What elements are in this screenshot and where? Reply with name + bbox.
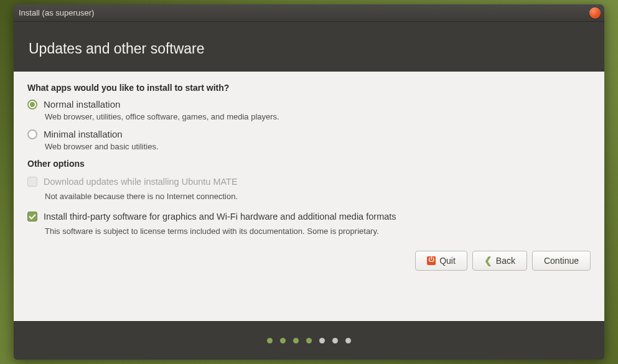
chevron-left-icon: ❮	[484, 255, 492, 266]
back-button[interactable]: ❮ Back	[472, 251, 527, 271]
titlebar: Install (as superuser)	[14, 4, 604, 22]
window-title: Install (as superuser)	[19, 8, 94, 17]
back-button-label: Back	[496, 256, 515, 266]
third-party-label: Install third-party software for graphic…	[44, 211, 396, 223]
continue-button-label: Continue	[544, 256, 579, 266]
progress-dot	[319, 338, 325, 343]
normal-install-option[interactable]: Normal installation	[27, 99, 591, 110]
download-updates-label: Download updates while installing Ubuntu…	[44, 176, 238, 188]
third-party-option[interactable]: Install third-party software for graphic…	[27, 211, 591, 223]
quit-button[interactable]: Quit	[415, 251, 467, 271]
continue-button[interactable]: Continue	[532, 251, 591, 271]
page-title: Updates and other software	[29, 40, 589, 57]
download-updates-option: Download updates while installing Ubuntu…	[27, 176, 591, 188]
progress-dots	[14, 321, 604, 360]
download-updates-checkbox	[27, 177, 37, 187]
close-button[interactable]	[589, 7, 601, 19]
progress-dot	[332, 338, 338, 343]
normal-install-radio[interactable]	[27, 100, 37, 110]
minimal-install-label: Minimal installation	[44, 129, 123, 139]
progress-dot	[280, 338, 286, 343]
normal-install-label: Normal installation	[44, 99, 120, 110]
header: Updates and other software	[14, 22, 604, 71]
progress-dot	[306, 338, 312, 343]
progress-dot	[345, 338, 351, 343]
power-icon	[427, 256, 436, 265]
minimal-install-desc: Web browser and basic utilities.	[45, 142, 591, 151]
minimal-install-radio[interactable]	[27, 129, 37, 139]
button-bar: Quit ❮ Back Continue	[27, 251, 591, 271]
third-party-checkbox[interactable]	[27, 212, 37, 222]
minimal-install-option[interactable]: Minimal installation	[27, 129, 591, 139]
progress-dot	[293, 338, 299, 343]
content-area: What apps would you like to install to s…	[14, 71, 604, 321]
normal-install-desc: Web browser, utilities, office software,…	[45, 112, 591, 121]
quit-button-label: Quit	[439, 256, 456, 266]
installer-window: Install (as superuser) Updates and other…	[14, 4, 604, 360]
install-question: What apps would you like to install to s…	[27, 83, 591, 93]
download-updates-desc: Not available because there is no Intern…	[45, 192, 591, 201]
other-options-title: Other options	[27, 159, 591, 169]
third-party-desc: This software is subject to license term…	[45, 226, 591, 236]
progress-dot	[267, 338, 273, 343]
